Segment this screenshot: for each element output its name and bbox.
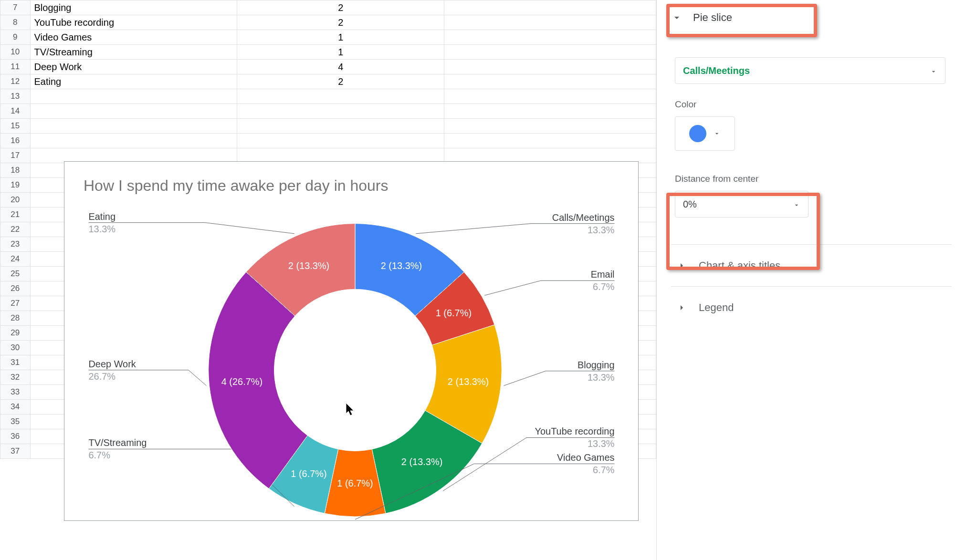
row-header[interactable]: 36 <box>0 429 31 444</box>
row-header[interactable]: 17 <box>0 148 31 163</box>
leader-line <box>416 224 614 234</box>
cell[interactable]: 4 <box>237 60 444 74</box>
row-header[interactable]: 26 <box>0 281 31 296</box>
row-header[interactable]: 30 <box>0 341 31 355</box>
cell[interactable] <box>237 134 444 148</box>
cell[interactable] <box>444 74 656 89</box>
row-header[interactable]: 28 <box>0 311 31 326</box>
cell[interactable] <box>444 30 656 45</box>
chart-editor-sidebar: Pie slice Calls/Meetings Color Distance … <box>657 0 966 560</box>
slice-value-label: 1 (6.7%) <box>291 468 326 479</box>
grid-row[interactable]: 13 <box>0 89 656 104</box>
grid-row[interactable]: 8YouTube recording2 <box>0 15 656 30</box>
row-header[interactable]: 18 <box>0 163 31 178</box>
caret-down-icon <box>793 200 800 208</box>
cell[interactable] <box>444 0 656 15</box>
cell[interactable]: 1 <box>237 45 444 60</box>
grid-row[interactable]: 14 <box>0 104 656 119</box>
row-header[interactable]: 21 <box>0 207 31 222</box>
slice-value-label: 1 (6.7%) <box>436 308 472 318</box>
slice-value-label: 1 (6.7%) <box>337 478 373 488</box>
row-header[interactable]: 37 <box>0 444 31 459</box>
cell[interactable] <box>30 104 237 119</box>
cell[interactable]: 2 <box>237 74 444 89</box>
pie-slice-label: Pie slice <box>693 11 732 24</box>
slice-selector[interactable]: Calls/Meetings <box>675 57 945 84</box>
grid-row[interactable]: 17 <box>0 148 656 163</box>
row-header[interactable]: 8 <box>0 15 31 30</box>
grid-row[interactable]: 15 <box>0 119 656 134</box>
row-header[interactable]: 22 <box>0 222 31 237</box>
chevron-right-icon <box>676 260 687 271</box>
cell[interactable]: Eating <box>30 74 237 89</box>
slice-value-label: 2 (13.3%) <box>401 456 442 467</box>
grid-row[interactable]: 7Blogging2 <box>0 0 656 15</box>
grid-row[interactable]: 12Eating2 <box>0 74 656 89</box>
grid-row[interactable]: 9Video Games1 <box>0 30 656 45</box>
cell[interactable] <box>444 104 656 119</box>
cell[interactable]: 2 <box>237 0 444 15</box>
grid-row[interactable]: 16 <box>0 134 656 148</box>
row-header[interactable]: 20 <box>0 193 31 207</box>
caret-down-icon <box>713 130 721 137</box>
chevron-down-icon <box>671 12 682 23</box>
pie-slice-section[interactable]: Pie slice <box>671 0 952 31</box>
row-header[interactable]: 16 <box>0 134 31 148</box>
row-header[interactable]: 25 <box>0 267 31 281</box>
slice-value-label: 2 (13.3%) <box>381 260 422 271</box>
row-header[interactable]: 35 <box>0 415 31 429</box>
row-header[interactable]: 33 <box>0 385 31 400</box>
distance-label: Distance from center <box>675 174 952 184</box>
cell[interactable] <box>30 89 237 104</box>
grid-row[interactable]: 10TV/Streaming1 <box>0 45 656 60</box>
cell[interactable] <box>444 148 656 163</box>
row-header[interactable]: 27 <box>0 296 31 311</box>
cell[interactable]: Deep Work <box>30 60 237 74</box>
row-header[interactable]: 13 <box>0 89 31 104</box>
row-header[interactable]: 23 <box>0 237 31 252</box>
distance-value: 0% <box>683 199 697 210</box>
cell[interactable] <box>444 15 656 30</box>
cell[interactable]: 1 <box>237 30 444 45</box>
cell[interactable] <box>444 89 656 104</box>
row-header[interactable]: 11 <box>0 60 31 74</box>
cell[interactable] <box>444 60 656 74</box>
row-header[interactable]: 29 <box>0 326 31 341</box>
row-header[interactable]: 19 <box>0 178 31 193</box>
color-label: Color <box>675 99 952 110</box>
cell[interactable]: TV/Streaming <box>30 45 237 60</box>
cell[interactable] <box>237 89 444 104</box>
cell[interactable] <box>237 148 444 163</box>
donut-chart[interactable]: 2 (13.3%)Calls/Meetings13.3%1 (6.7%)Emai… <box>64 162 638 520</box>
distance-dropdown[interactable]: 0% <box>675 191 808 218</box>
row-header[interactable]: 24 <box>0 252 31 267</box>
cell[interactable]: Video Games <box>30 30 237 45</box>
cell[interactable]: YouTube recording <box>30 15 237 30</box>
cell[interactable] <box>237 104 444 119</box>
row-header[interactable]: 32 <box>0 370 31 385</box>
cell[interactable]: Blogging <box>30 0 237 15</box>
color-swatch <box>689 125 706 142</box>
spreadsheet-area: 7Blogging28YouTube recording29Video Game… <box>0 0 657 560</box>
row-header[interactable]: 12 <box>0 74 31 89</box>
grid-row[interactable]: 11Deep Work4 <box>0 60 656 74</box>
row-header[interactable]: 15 <box>0 119 31 134</box>
row-header[interactable]: 10 <box>0 45 31 60</box>
cell[interactable] <box>30 134 237 148</box>
chart-axis-titles-section[interactable]: Chart & axis titles <box>671 244 952 275</box>
row-header[interactable]: 31 <box>0 355 31 370</box>
legend-section[interactable]: Legend <box>671 286 952 317</box>
cell[interactable] <box>444 134 656 148</box>
cell[interactable]: 2 <box>237 15 444 30</box>
cell[interactable] <box>444 45 656 60</box>
row-header[interactable]: 34 <box>0 400 31 415</box>
chart-container[interactable]: How I spend my time awake per day in hou… <box>64 161 639 521</box>
cell[interactable] <box>30 148 237 163</box>
row-header[interactable]: 14 <box>0 104 31 119</box>
cell[interactable] <box>444 119 656 134</box>
cell[interactable] <box>30 119 237 134</box>
color-picker[interactable] <box>675 116 735 151</box>
row-header[interactable]: 7 <box>0 0 31 15</box>
row-header[interactable]: 9 <box>0 30 31 45</box>
cell[interactable] <box>237 119 444 134</box>
